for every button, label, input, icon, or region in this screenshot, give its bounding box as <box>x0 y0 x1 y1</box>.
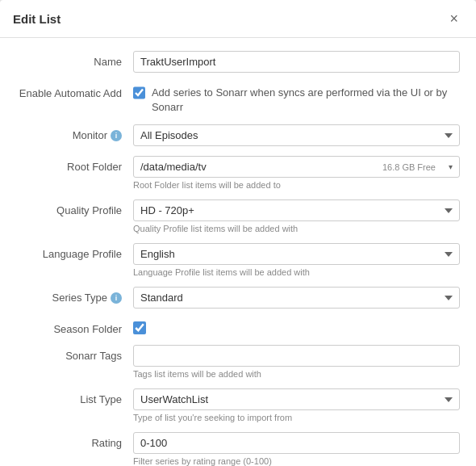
monitor-row: Monitor i All Episodes Future Episodes M… <box>16 124 460 146</box>
list-type-row: List Type UserWatchList UserCollection U… <box>16 388 460 422</box>
sonarr-tags-label: Sonarr Tags <box>16 345 133 362</box>
sonarr-tags-row: Sonarr Tags Tags list items will be adde… <box>16 345 460 379</box>
rating-hint: Filter series by rating range (0-100) <box>133 456 460 466</box>
name-control <box>133 51 460 73</box>
root-folder-hint: Root Folder list items will be added to <box>133 180 460 190</box>
rating-label: Rating <box>16 432 133 449</box>
modal-header: Edit List × <box>0 0 476 38</box>
rating-control: Filter series by rating range (0-100) <box>133 432 460 466</box>
quality-profile-label: Quality Profile <box>16 199 133 216</box>
language-profile-control: English Any Language Profile list items … <box>133 243 460 277</box>
root-folder-row: Root Folder /data/media/tv 16.8 GB Free … <box>16 156 460 190</box>
root-folder-control: /data/media/tv 16.8 GB Free ▾ Root Folde… <box>133 156 460 190</box>
monitor-select[interactable]: All Episodes Future Episodes Missing Epi… <box>133 124 460 146</box>
root-folder-arrow-icon[interactable]: ▾ <box>442 158 459 175</box>
monitor-control: All Episodes Future Episodes Missing Epi… <box>133 124 460 146</box>
list-type-select[interactable]: UserWatchList UserCollection UserList <box>133 388 460 410</box>
enable-auto-add-label: Enable Automatic Add <box>16 82 133 99</box>
quality-profile-select[interactable]: HD - 720p+ HD - 1080p 4K Any <box>133 199 460 221</box>
root-folder-label: Root Folder <box>16 156 133 173</box>
root-folder-field: /data/media/tv 16.8 GB Free ▾ <box>133 156 460 178</box>
series-type-select[interactable]: Standard Daily Anime <box>133 287 460 309</box>
root-folder-path: /data/media/tv <box>134 157 376 177</box>
quality-profile-hint: Quality Profile list items will be added… <box>133 224 460 233</box>
language-profile-select[interactable]: English Any <box>133 243 460 265</box>
series-type-row: Series Type i Standard Daily Anime <box>16 287 460 309</box>
list-type-label: List Type <box>16 388 133 405</box>
enable-auto-add-row: Enable Automatic Add Add series to Sonar… <box>16 82 460 115</box>
monitor-label: Monitor i <box>16 124 133 141</box>
modal: Edit List × Name Enable Automatic Add Ad… <box>0 0 476 466</box>
monitor-info-icon: i <box>111 130 122 141</box>
root-folder-size: 16.8 GB Free <box>376 158 442 176</box>
season-folder-label: Season Folder <box>16 318 133 335</box>
series-type-control: Standard Daily Anime <box>133 287 460 309</box>
language-profile-label: Language Profile <box>16 243 133 260</box>
sonarr-tags-hint: Tags list items will be added with <box>133 369 460 379</box>
enable-auto-add-control: Add series to Sonarr when syncs are perf… <box>133 82 460 115</box>
series-type-label: Series Type i <box>16 287 133 304</box>
list-type-hint: Type of list you're seeking to import fr… <box>133 413 460 422</box>
rating-input[interactable] <box>133 432 460 454</box>
close-button[interactable]: × <box>445 10 463 27</box>
modal-title: Edit List <box>13 12 61 26</box>
list-type-control: UserWatchList UserCollection UserList Ty… <box>133 388 460 422</box>
series-type-info-icon: i <box>111 292 122 304</box>
name-label: Name <box>16 51 133 68</box>
season-folder-row: Season Folder <box>16 318 460 335</box>
sonarr-tags-input[interactable] <box>133 345 460 367</box>
season-folder-control <box>133 318 460 334</box>
name-input[interactable] <box>133 51 460 73</box>
enable-auto-add-hint: Add series to Sonarr when syncs are perf… <box>152 86 460 115</box>
enable-auto-add-wrap: Add series to Sonarr when syncs are perf… <box>133 82 460 115</box>
language-profile-hint: Language Profile list items will be adde… <box>133 267 460 277</box>
quality-profile-row: Quality Profile HD - 720p+ HD - 1080p 4K… <box>16 199 460 233</box>
language-profile-row: Language Profile English Any Language Pr… <box>16 243 460 277</box>
sonarr-tags-control: Tags list items will be added with <box>133 345 460 379</box>
modal-body: Name Enable Automatic Add Add series to … <box>0 38 476 466</box>
season-folder-checkbox[interactable] <box>133 321 146 334</box>
enable-auto-add-checkbox[interactable] <box>133 86 145 99</box>
quality-profile-control: HD - 720p+ HD - 1080p 4K Any Quality Pro… <box>133 199 460 233</box>
rating-row: Rating Filter series by rating range (0-… <box>16 432 460 466</box>
name-row: Name <box>16 51 460 73</box>
